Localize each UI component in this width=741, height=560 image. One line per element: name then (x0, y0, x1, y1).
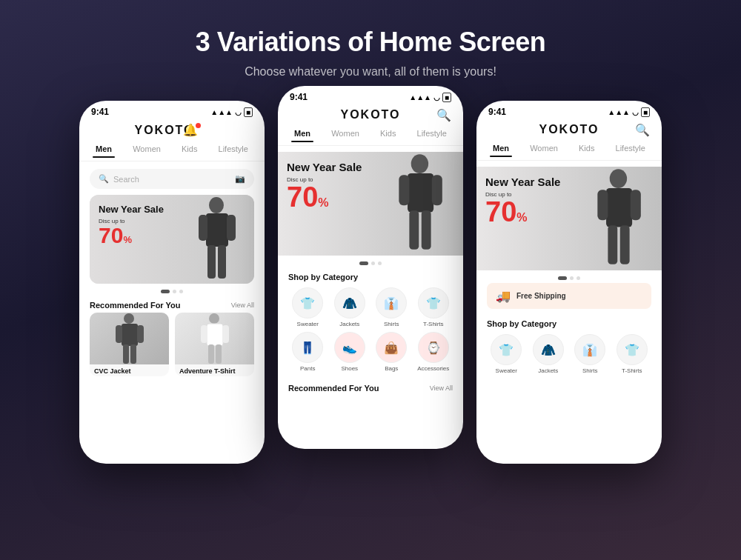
tab-kids-2[interactable]: Kids (377, 126, 399, 142)
cat-label-sweater-3: Sweater (496, 367, 517, 374)
svg-rect-20 (399, 175, 409, 205)
tab-kids-3[interactable]: Kids (576, 141, 597, 157)
signal-icon-3: ▲▲▲ (608, 108, 630, 116)
svg-rect-2 (199, 215, 207, 241)
category-icon-shoes: 👟 (334, 332, 365, 363)
product-row-1: CVC Jacket Adventure T-Shirt (79, 313, 265, 376)
dots-3 (476, 276, 662, 280)
svg-rect-16 (208, 344, 214, 364)
category-icon-tshirts: 👕 (418, 287, 449, 319)
nav-tabs-2: Men Women Kids Lifestyle (278, 126, 463, 146)
category-jackets-2[interactable]: 🧥 Jackets (330, 287, 370, 327)
search-icon: 🔍 (99, 174, 109, 184)
svg-rect-21 (432, 175, 442, 205)
camera-icon[interactable]: 📷 (235, 174, 245, 184)
banner-content-3: New Year Sale Disc up to 70% (485, 176, 560, 226)
category-label-pants: Pants (300, 365, 315, 372)
product-figure-2 (198, 313, 231, 364)
banner-title-2: New Year Sale (287, 161, 362, 174)
nav-tabs-1: Men Women Kids Lifestyle (79, 141, 265, 161)
category-shirts-3[interactable]: 👔 Shirts (571, 334, 610, 374)
category-icon-sweater: 👕 (292, 287, 323, 319)
banner-percent-3: 70% (485, 198, 560, 226)
tab-lifestyle-1[interactable]: Lifestyle (216, 141, 251, 158)
category-pants-2[interactable]: 👖 Pants (288, 332, 328, 372)
category-section-2: Shop by Category 👕 Sweater 🧥 Jackets 👔 S… (278, 268, 463, 379)
svg-rect-23 (422, 210, 431, 250)
battery-icon-3: ■ (641, 107, 650, 117)
search-bar-1[interactable]: 🔍 Search 📷 (90, 169, 254, 189)
category-grid-3: 👕 Sweater 🧥 Jackets 👔 Shirts 👕 T-Shirts (487, 334, 651, 374)
cat-icon-sweater-3: 👕 (491, 334, 522, 365)
tab-women-2[interactable]: Women (328, 126, 362, 142)
category-sweater-3[interactable]: 👕 Sweater (487, 334, 526, 374)
dot-active-3 (558, 276, 567, 280)
tab-men-2[interactable]: Men (291, 126, 313, 142)
phone-variant-3: 9:41 ▲▲▲ ◡ ■ YOKOTO 🔍 Men Women Kids Lif… (476, 101, 662, 464)
category-label-bags: Bags (385, 365, 398, 372)
view-all-2[interactable]: View All (430, 384, 453, 392)
cat-label-jackets-3: Jackets (538, 367, 558, 374)
svg-rect-7 (122, 324, 138, 346)
tab-men-1[interactable]: Men (93, 141, 115, 158)
banner-title-1: New Year Sale (99, 204, 164, 216)
product-card-adventure[interactable]: Adventure T-Shirt (175, 313, 254, 376)
svg-rect-3 (227, 215, 236, 241)
svg-rect-8 (116, 325, 122, 343)
tab-women-1[interactable]: Women (130, 141, 164, 158)
page-title: 3 Variations of Home Screen (196, 27, 546, 58)
svg-rect-14 (201, 325, 207, 343)
category-shoes-2[interactable]: 👟 Shoes (330, 332, 370, 372)
wifi-icon: ◡ (235, 108, 242, 116)
status-bar-3: 9:41 ▲▲▲ ◡ ■ (476, 101, 662, 120)
tab-kids-1[interactable]: Kids (179, 141, 200, 158)
free-shipping-banner: 🚚 Free Shipping (487, 283, 651, 309)
category-grid-row2: 👖 Pants 👟 Shoes 👜 Bags ⌚ Accessories (288, 332, 453, 372)
category-section-3: Shop by Category 👕 Sweater 🧥 Jackets 👔 S… (476, 315, 662, 381)
phone-variant-1: 9:41 ▲▲▲ ◡ ■ YOKOTO 🔔 Men Women Kids Lif… (79, 101, 265, 464)
tab-women-3[interactable]: Women (527, 141, 561, 157)
app-header-2: YOKOTO 🔍 (278, 105, 463, 126)
phones-container: 9:41 ▲▲▲ ◡ ■ YOKOTO 🔔 Men Women Kids Lif… (64, 101, 677, 464)
svg-rect-19 (408, 173, 433, 213)
cat-icon-jackets-3: 🧥 (533, 334, 564, 365)
svg-rect-1 (206, 213, 228, 247)
app-logo-3: YOKOTO (539, 123, 599, 136)
product-card-cvc[interactable]: CVC Jacket (90, 313, 169, 376)
nav-tabs-3: Men Women Kids Lifestyle (476, 141, 662, 161)
notification-icon-1[interactable]: 🔔 (183, 123, 198, 137)
category-icon-pants: 👖 (292, 332, 323, 363)
svg-rect-15 (222, 325, 229, 343)
recommended-title-1: Recommended For You (90, 301, 180, 310)
status-icons-3: ▲▲▲ ◡ ■ (608, 107, 650, 117)
category-tshirts-2[interactable]: 👕 T-Shirts (414, 287, 453, 327)
category-sweater-2[interactable]: 👕 Sweater (288, 287, 328, 327)
category-shirts-2[interactable]: 👔 Shirts (372, 287, 411, 327)
cat-label-tshirts-3: T-Shirts (622, 367, 642, 374)
category-tshirts-3[interactable]: 👕 T-Shirts (613, 334, 652, 374)
category-icon-jackets: 🧥 (334, 287, 365, 319)
shipping-icon: 🚚 (496, 289, 511, 303)
category-title-2: Shop by Category (288, 273, 453, 281)
dot-2-1 (173, 290, 176, 293)
page-header: 3 Variations of Home Screen Choose whate… (196, 0, 546, 93)
man-figure-2 (383, 153, 457, 256)
tab-lifestyle-3[interactable]: Lifestyle (613, 141, 648, 157)
category-title-3: Shop by Category (487, 319, 651, 328)
app-logo-2: YOKOTO (340, 108, 400, 121)
cat-label-shirts-3: Shirts (582, 367, 597, 374)
tab-men-3[interactable]: Men (490, 141, 512, 157)
cat-icon-tshirts-3: 👕 (617, 334, 648, 365)
category-accessories-2[interactable]: ⌚ Accessories (414, 332, 453, 372)
dot-3-2 (378, 261, 382, 265)
category-bags-2[interactable]: 👜 Bags (372, 332, 411, 372)
category-jackets-3[interactable]: 🧥 Jackets (529, 334, 568, 374)
banner-percent-1: 70% (99, 224, 164, 247)
dot-2-2 (371, 261, 375, 265)
tab-lifestyle-2[interactable]: Lifestyle (414, 126, 450, 142)
view-all-1[interactable]: View All (231, 301, 254, 309)
search-header-icon-2[interactable]: 🔍 (436, 108, 451, 122)
search-header-icon-3[interactable]: 🔍 (635, 123, 650, 137)
product-img-1 (90, 313, 169, 364)
dot-active-1 (161, 290, 170, 293)
